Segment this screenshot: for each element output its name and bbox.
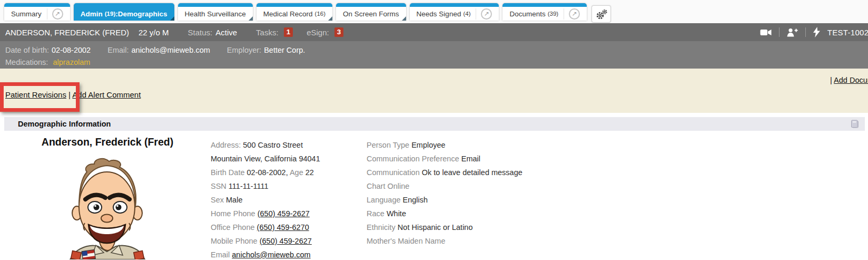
ethnicity-label: Ethnicity [367,223,396,232]
mobile-phone-row: Mobile Phone (650) 459-2627 [211,234,367,248]
patient-email-link[interactable]: anichols@mieweb.com [232,251,310,259]
tab-needs-signed-count: (4) [463,11,470,17]
telehealth-camera-icon[interactable] [760,28,772,36]
tab-documents-count: (39) [548,11,558,17]
person-type-value: Employee [411,141,445,149]
patient-info-bar: Date of birth:02-08-2002 Email:anichols@… [0,41,868,69]
language-label: Language [367,196,401,204]
tasks-count-badge[interactable]: 1 [284,27,293,37]
external-link-icon: ↗ [52,8,63,20]
dob-value: 02-08-2002 [52,46,91,54]
demographic-details-column: Person Type Employee Communication Prefe… [367,131,865,260]
tab-admin-count: (19) [105,11,115,17]
tab-documents[interactable]: Documents (39) ↗ [502,3,587,21]
person-type-label: Person Type [367,141,409,149]
office-phone-label: Office Phone [211,223,255,232]
tab-needs-signed-popout[interactable]: ↗ [476,8,492,20]
patient-banner-tools: TEST-10025 [760,27,868,37]
medications-value[interactable]: alprazolam [53,58,90,66]
home-phone-label: Home Phone [211,209,255,218]
add-document-row: | Add Document [830,76,868,84]
tab-summary-label: Summary [11,10,42,18]
add-alert-comment-link[interactable]: Add Alert Comment [72,90,141,99]
patient-display-name: Anderson, Frederick (Fred) [4,136,211,148]
language-value: English [403,196,428,204]
email-value: anichols@mieweb.com [132,46,210,54]
patient-avatar [4,151,211,260]
tab-settings-button[interactable] [591,5,611,23]
chart-id: TEST-10025 [827,28,868,37]
tab-admin-sublabel: :Demographics [115,10,167,18]
patient-photo-column: Anderson, Frederick (Fred) [4,131,211,260]
age-value: 22 [305,168,314,177]
add-document-link[interactable]: Add Document [834,76,868,84]
content-area: | Add Document Patient Revisions | Add A… [0,69,868,260]
mobile-phone-link[interactable]: (650) 459-2627 [260,237,312,245]
tab-medical-record[interactable]: Medical Record (16) [257,3,332,21]
ssn-row: SSN 111-11-1111 [211,179,367,193]
home-phone-link[interactable]: (650) 459-2627 [258,209,310,218]
tab-admin-demographics[interactable]: Admin (19) :Demographics [74,3,174,21]
action-links-band: | Add Document Patient Revisions | Add A… [0,69,868,113]
tab-needs-signed-label: Needs Signed [417,10,461,18]
tab-health-surveillance[interactable]: Health Surveillance [178,3,253,21]
communication-label: Communication [367,168,420,177]
ethnicity-value: Not Hispanic or Latino [398,223,473,232]
communication-value: Ok to leave detailed message [422,168,522,177]
home-phone-row: Home Phone (650) 459-2627 [211,207,367,220]
employer-label: Employer: [227,46,261,54]
revision-log-icon[interactable] [850,120,860,129]
chart-online-label: Chart Online [367,182,409,190]
external-link-icon: ↗ [481,8,492,20]
esign-count-badge[interactable]: 3 [334,27,344,37]
communication-row: Communication Ok to leave detailed messa… [367,166,865,179]
divider [779,27,780,37]
esign-label: eSign: [307,28,329,37]
address-row: Address: 500 Castro Street [211,138,367,152]
address-line2: Mountain View, California 94041 [211,152,367,166]
patient-banner-name: ANDERSON, FREDERICK (FRED) [5,28,129,37]
annotation-highlight-box [0,82,80,112]
tab-health-surveillance-label: Health Surveillance [185,10,246,18]
office-phone-row: Office Phone (650) 459-6270 [211,220,367,234]
chart-online-row: Chart Online [367,179,865,193]
birth-date-row: Birth Date 02-08-2002, Age 22 [211,166,367,179]
address-label: Address: [211,141,241,149]
demographic-information-panel: Demographic Information Anderson, Freder… [4,117,865,260]
mothers-maiden-name-label: Mother's Maiden Name [367,237,445,245]
info-row-2: Medications: alprazolam [5,56,863,69]
tab-on-screen-forms[interactable]: On Screen Forms [336,3,406,21]
info-row-1: Date of birth:02-08-2002 Email:anichols@… [5,44,863,56]
tasks-label: Tasks: [256,28,279,37]
demographic-panel-title: Demographic Information [18,120,111,128]
communication-preference-row: Communication Preference Email [367,152,865,166]
email-row: Email anichols@mieweb.com [211,248,367,260]
quick-action-bolt-icon[interactable] [813,27,820,37]
sex-value: Male [226,196,242,204]
office-phone-link[interactable]: (650) 459-6270 [257,223,309,232]
sex-row: Sex Male [211,193,367,207]
communication-preference-value: Email [461,155,480,163]
tab-summary[interactable]: Summary ↗ [4,3,70,21]
ssn-value: 111-11-1111 [229,182,269,190]
demographic-panel-header: Demographic Information [4,117,865,131]
add-person-icon[interactable] [787,28,798,37]
ethnicity-row: Ethnicity Not Hispanic or Latino [367,220,865,234]
tab-documents-popout[interactable]: ↗ [564,8,580,20]
ssn-label: SSN [211,182,226,190]
birth-date-value: 02-08-2002, [247,168,288,177]
patient-email-label: Email [211,251,230,259]
demographic-panel-body: Anderson, Frederick (Fred) [4,131,865,260]
birth-date-label: Birth Date [211,168,244,177]
gears-icon [595,9,608,20]
tab-summary-popout[interactable]: ↗ [47,8,63,20]
address-line1: 500 Castro Street [243,141,303,149]
mothers-maiden-name-row: Mother's Maiden Name [367,234,865,248]
race-value: White [387,209,406,218]
status-label: Status: [188,28,213,37]
patient-banner-age-sex: 22 y/o M [139,28,169,37]
tab-medical-record-count: (16) [315,11,326,17]
tab-needs-signed[interactable]: Needs Signed (4) ↗ [410,3,499,21]
age-label: Age [290,168,303,177]
email-label: Email: [107,46,129,54]
